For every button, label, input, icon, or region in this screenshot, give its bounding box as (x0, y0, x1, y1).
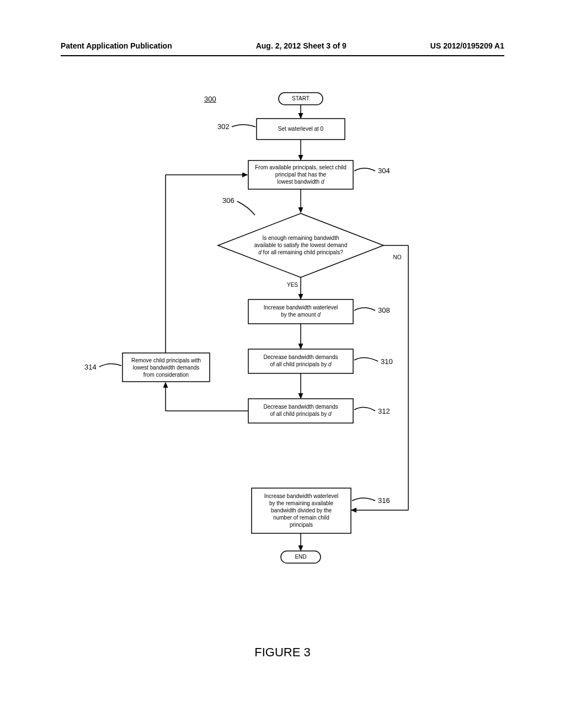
step-314-line1: Remove child principals with (131, 357, 201, 363)
header-divider (61, 55, 504, 56)
step-306-text: Is enough remaining bandwidth available … (232, 234, 370, 256)
step-316-text: Increase bandwidth waterlevel by the rem… (252, 493, 351, 528)
figure-title: FIGURE 3 (0, 645, 565, 660)
step-312-line2b: d (328, 411, 332, 417)
step-314-text: Remove child principals with lowest band… (122, 357, 210, 378)
decision-no: NO (386, 254, 408, 261)
step-312-text: Decrease bandwidth demands of all child … (248, 403, 353, 417)
ref-308: 308 (378, 306, 390, 314)
terminal-end: END (281, 553, 321, 560)
document-header: Patent Application Publication Aug. 2, 2… (61, 41, 504, 50)
step-304-line1: From available principals, select child (255, 164, 347, 170)
step-308-text: Increase bandwidth waterlevel by the amo… (248, 304, 353, 318)
ref-304: 304 (378, 167, 390, 175)
step-310-text: Decrease bandwidth demands of all child … (248, 354, 353, 368)
step-312-line2a: of all child principals by (270, 411, 328, 417)
step-308-line2b: d (317, 312, 321, 318)
step-310-line2a: of all child principals by (270, 361, 328, 367)
ref-314: 314 (84, 363, 97, 371)
step-316-line3: bandwidth divided by the (271, 507, 332, 513)
step-308-line2a: by the amount (281, 312, 317, 318)
step-310-line2b: d (328, 361, 332, 367)
header-left: Patent Application Publication (61, 41, 172, 50)
step-310-line1: Decrease bandwidth demands (263, 354, 338, 360)
step-316-line4: number of remain child (273, 515, 329, 521)
ref-316: 316 (378, 496, 390, 505)
step-312-line1: Decrease bandwidth demands (263, 404, 338, 410)
ref-312: 312 (378, 407, 390, 415)
ref-300: 300 (204, 95, 216, 103)
step-304-text: From available principals, select child … (248, 164, 353, 185)
ref-310: 310 (381, 357, 393, 366)
header-center: Aug. 2, 2012 Sheet 3 of 9 (256, 41, 347, 50)
step-316-line5: principals (290, 522, 313, 528)
header-right: US 2012/0195209 A1 (430, 41, 504, 50)
terminal-start: START (279, 95, 323, 102)
step-314-line3: from consideration (143, 372, 189, 378)
ref-306: 306 (222, 196, 234, 205)
ref-302: 302 (217, 122, 230, 131)
step-306-line2: available to satisfy the lowest demand (254, 242, 347, 248)
step-304-line2: principal that has the (275, 172, 326, 178)
step-306-line3b: for all remaining child principals? (262, 249, 343, 255)
decision-yes: YES (281, 281, 303, 288)
step-314-line2: lowest bandwidth demands (133, 365, 200, 371)
step-316-line1: Increase bandwidth waterlevel (264, 493, 339, 499)
flowchart: START Set waterlevel at 0 From available… (0, 83, 565, 634)
step-304-line3b: d (321, 179, 324, 185)
step-316-line2: by the remaining available (269, 500, 333, 506)
step-306-line1: Is enough remaining bandwidth (263, 235, 339, 241)
step-304-line3a: lowest bandwidth (277, 179, 321, 185)
step-302-text: Set waterlevel at 0 (257, 125, 345, 132)
step-308-line1: Increase bandwidth waterlevel (264, 304, 338, 311)
